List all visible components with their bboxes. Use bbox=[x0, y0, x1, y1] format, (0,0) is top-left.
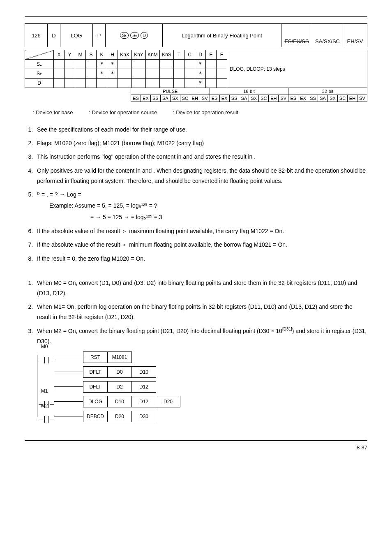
ladder-diagram: M0 RST M1081 DFLT D0 D10 DFLT D2 D12 M1 bbox=[37, 350, 367, 424]
mtx-hdr: H bbox=[107, 50, 118, 60]
device-base: : Device for base bbox=[33, 109, 73, 116]
function-desc: Logarithm of Binary Floating Point bbox=[163, 24, 281, 47]
list-item: Only positives are valid for the content… bbox=[35, 166, 367, 186]
ctrl-3: EH/SV bbox=[343, 35, 367, 47]
list-item: If the result = 0, the zero flag M1020 =… bbox=[35, 254, 367, 264]
mtx-row-label: S₁ bbox=[25, 60, 54, 69]
mtx-hdr: T bbox=[174, 50, 184, 60]
instr-box: DFLT D0 D10 bbox=[83, 366, 156, 378]
list-item: If the absolute value of the result ＜ mi… bbox=[35, 240, 367, 250]
list-item: Flags: M1020 (zero flag); M1021 (borrow … bbox=[35, 138, 367, 148]
list-item: ᴰ = , = ? → Log = Example: Assume = 5, =… bbox=[35, 190, 367, 223]
mtx-hdr: KnM bbox=[146, 50, 160, 60]
device-line: : Device for base : Device for operation… bbox=[33, 109, 367, 116]
mtx-row-label: D bbox=[25, 79, 54, 88]
page-footer: 8-37 bbox=[25, 440, 367, 451]
contact-label: M2 bbox=[39, 403, 50, 409]
d-flag: D bbox=[48, 24, 60, 47]
list-item: See the specifications of each model for… bbox=[35, 125, 367, 135]
mtx-hdr: M bbox=[75, 50, 86, 60]
op-d: D bbox=[141, 32, 148, 39]
instr-box: RST M1081 bbox=[83, 352, 132, 363]
op-s2: S₂ bbox=[130, 32, 139, 39]
contact-label: M0 bbox=[39, 344, 50, 349]
contact-label: M1 bbox=[39, 388, 50, 394]
ctrl-spacer-3 bbox=[343, 24, 367, 36]
item5-line1: ᴰ = , = ? → Log = bbox=[37, 191, 81, 198]
list-item: When M2 = On, convert the binary floatin… bbox=[35, 326, 367, 347]
mtx-hdr: KnS bbox=[160, 50, 174, 60]
mtx-hdr: F bbox=[217, 50, 227, 60]
pulse-hdr: PULSE bbox=[131, 88, 210, 95]
item5-example: Example: Assume = 5, = 125, = log₅¹²⁵ = … bbox=[49, 200, 367, 211]
program-3-text: When M2 = On, convert the binary floatin… bbox=[37, 328, 367, 345]
mtx-hdr: KnX bbox=[118, 50, 132, 60]
mtx-hdr: E bbox=[206, 50, 217, 60]
pulse-hdr: 32-bit bbox=[288, 88, 367, 95]
mtx-hdr: D bbox=[195, 50, 206, 60]
list-item: When M0 = On, convert (D1, D0) and (D3, … bbox=[35, 278, 367, 298]
operands-cell: S₁ S₂ D bbox=[106, 24, 163, 47]
mtx-hdr: KnY bbox=[132, 50, 146, 60]
ctrl-2: SA/SX/SC bbox=[312, 35, 343, 47]
mtx-hdr: Y bbox=[65, 50, 75, 60]
mtx-hdr: S bbox=[86, 50, 97, 60]
item5-result: = → 5 = 125 → = log₅¹²⁵ = 3 bbox=[90, 211, 367, 223]
instr-box: DFLT D2 D12 bbox=[83, 381, 156, 393]
instr-box: DEBCD D20 D30 bbox=[83, 411, 156, 422]
instr-box: DLOG D10 D12 D20 bbox=[83, 396, 180, 407]
mtx-row-label: S₂ bbox=[25, 69, 54, 79]
ctrl-spacer-2 bbox=[312, 24, 343, 36]
mnemonic: LOG bbox=[60, 24, 93, 47]
device-result: : Device for operation result bbox=[173, 109, 238, 116]
list-item: This instruction performs "log" operatio… bbox=[35, 152, 367, 162]
ctrl-1: ES/EX/SS bbox=[281, 35, 312, 47]
contact-icon bbox=[39, 355, 54, 365]
mtx-hdr: X bbox=[54, 50, 65, 60]
contact-icon bbox=[39, 414, 54, 424]
list-item: When M1= On, perform log operation on th… bbox=[35, 302, 367, 322]
p-flag: P bbox=[93, 24, 106, 47]
steps-cell: DLOG, DLOGP: 13 steps bbox=[227, 50, 367, 88]
mtx-hdr: C bbox=[184, 50, 195, 60]
device-source: : Device for operation source bbox=[89, 109, 157, 116]
pulse-hdr: 16-bit bbox=[210, 88, 288, 95]
api-num: 126 bbox=[25, 24, 48, 47]
mtx-hdr: K bbox=[97, 50, 107, 60]
list-item: If the absolute value of the result ＞ ma… bbox=[35, 226, 367, 236]
ctrl-spacer-1 bbox=[281, 24, 312, 36]
op-s1: S₁ bbox=[120, 32, 129, 39]
diag-cell bbox=[25, 50, 54, 60]
